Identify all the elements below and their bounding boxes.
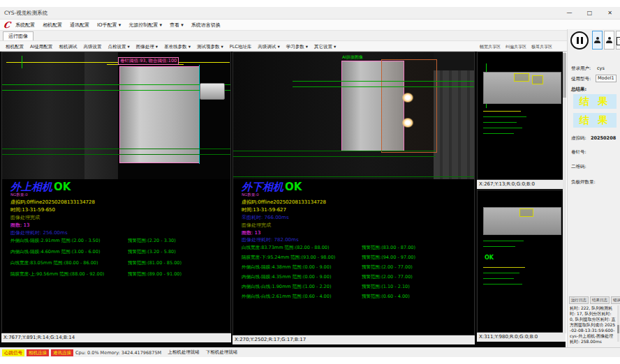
toolbar-item[interactable]: 高级调试 ▾ — [258, 44, 279, 50]
nozzle-shape — [200, 83, 225, 100]
model-select[interactable]: Model1 — [596, 75, 617, 82]
toolbar-item[interactable]: 基准线参数 ▾ — [164, 44, 191, 50]
pin-number-label: 卷针号: — [571, 149, 586, 156]
measure-warn-range: 预警范围:(83.00 - 87.00) — [362, 245, 415, 251]
left-camera-panel[interactable]: 卷针阈值:93, 吻合阈值:100 外上相机OK NG数量:0 虚拟码:0ffl… — [1, 52, 231, 333]
logout-button[interactable] — [616, 31, 620, 50]
measure-warn-range: 预警范围:(0.60 - 4.00) — [362, 294, 410, 300]
log-tab[interactable]: 结果日志 — [590, 296, 610, 304]
thumbnail-bottom[interactable]: OK — [477, 190, 566, 333]
overlay-green-hline — [233, 151, 436, 151]
virtual-code-line: 虚拟码:0ffline20250208133134728 — [10, 199, 95, 206]
virtual-code-label: 虚拟码: — [571, 135, 586, 142]
thumbnail-bottom-coordinate: X:311;Y:980;R:0;G:0;B:0 — [477, 333, 566, 342]
overlay-green-hline — [2, 90, 230, 91]
middle-camera-panel[interactable]: AI拼接图像 外下相机OK NG数量:0 虚拟码:0ffline20250208… — [232, 52, 475, 335]
menu-item[interactable]: 通讯配置 — [70, 22, 89, 29]
qr-code-label: 二维码: — [571, 164, 586, 170]
overlay-green-hline — [2, 154, 230, 155]
log-scrollbar[interactable] — [617, 305, 619, 342]
toolbar-item[interactable]: 高级设置 — [83, 44, 101, 50]
weld-spark — [402, 93, 413, 103]
overlay-text-bar — [483, 246, 515, 247]
overlay-yellow-box — [519, 208, 533, 217]
scrollbar-thumb[interactable] — [563, 53, 566, 98]
toolbar-item[interactable]: 其它设置 ▾ — [314, 44, 336, 50]
tab-run-image[interactable]: 运行图像 — [3, 31, 34, 40]
menu-item[interactable]: IO手配置 ▾ — [97, 22, 121, 29]
app-logo-icon: C — [3, 20, 12, 30]
measure-warn-range: 预警范围:(2.00 - 77.00) — [362, 264, 413, 271]
measure-row: 外侧白线-隔膜:4.38mm 范围:(0.00 - 9.00)预警范围:(2.0… — [242, 264, 331, 271]
thumbnail-top[interactable] — [477, 52, 566, 180]
login-user-button[interactable] — [592, 31, 603, 50]
menu-item[interactable]: 系统语言切换 — [191, 22, 221, 29]
toolbar-item[interactable]: 学习参数 ▾ — [286, 44, 308, 50]
right-sidebar: 登录用户: cys 使用型号: Model1 总结果: 结 果 结 果 虚拟码:… — [567, 29, 620, 347]
menu-item[interactable]: 光源控制配置 ▾ — [128, 22, 162, 29]
camera-status: OK — [54, 181, 71, 193]
turns-line: 圈数: 13 — [10, 222, 30, 229]
menu-item[interactable]: 系统配置 — [15, 22, 35, 29]
share-tab[interactable]: 极耳共享区 — [531, 44, 552, 50]
measure-text: 白线宽度:83.05mm 范围:(80.00 - 86.00) — [10, 260, 98, 266]
user-manage-button[interactable] — [604, 31, 614, 50]
done-line: 图像处理完成 — [10, 214, 40, 221]
measure-text: 内侧白线-白线:1.90mm 范围:(1.00 - 2.20) — [242, 284, 331, 289]
overlay-text-bar — [483, 133, 514, 134]
measure-row: 内侧白线-隔膜:4.60mm 范围:(3.00 - 6.00)预警范围:(3.2… — [10, 249, 100, 255]
app-window: CYS-视觉检测系统 — □ ✕ C 系统配置相机配置通讯配置IO手配置 ▾光源… — [0, 0, 620, 364]
toolbar-item[interactable]: 测试项参数 ▾ — [197, 44, 223, 50]
close-icon[interactable]: ✕ — [600, 7, 620, 20]
toolbar-item[interactable]: 相机配置 — [6, 44, 24, 50]
left-camera-image[interactable]: 卷针阈值:93, 吻合阈值:100 — [2, 52, 230, 179]
sidebar-buttons — [569, 31, 619, 52]
share-tab[interactable]: 幅宽共享区 — [480, 44, 501, 50]
middle-coordinate-readout: X:270;Y:2502;R:17;G:17;B:17 — [232, 335, 475, 344]
maximize-icon[interactable]: □ — [580, 7, 600, 20]
virtual-code-value: 20250208 — [591, 135, 616, 141]
measure-warn-range: 预警范围:(1.10 - 2.10) — [362, 284, 410, 290]
toolbar-item[interactable]: 图像处理 ▾ — [136, 44, 158, 50]
menu-item[interactable]: 相机配置 — [43, 22, 62, 29]
measure-text: 内侧白线-隔膜:4.35mm 范围:(0.00 - 9.00) — [242, 274, 331, 280]
scrollbar-thumb[interactable] — [617, 325, 619, 333]
camera-status: OK — [285, 181, 302, 193]
weld-spark — [402, 118, 413, 128]
toolbar-item[interactable]: 相机调试 — [59, 44, 77, 50]
total-result-label: 总结果: — [571, 86, 586, 93]
toolbar: 相机配置AI使用配置相机调试高级设置点检设置 ▾图像处理 ▾基准线参数 ▾测试项… — [0, 40, 620, 52]
measure-text: 隔膜宽度-下:95.24mm 范围:(93.00 - 98.00) — [242, 255, 335, 260]
overlay-yellow-box — [532, 75, 543, 84]
sidebar-scrollbar[interactable] — [563, 52, 566, 333]
grab-elapsed-line: 采图耗时: 766.00ms — [242, 214, 289, 221]
lower-camera-ready: 下相机处理就绪 — [206, 349, 238, 356]
share-tab[interactable]: 纠偏共享区 — [505, 44, 526, 50]
login-user-value: cys — [597, 66, 605, 71]
menu-item[interactable]: 查看 ▾ — [170, 22, 184, 29]
elapsed-line: 图像处理耗时: 256.00ms — [10, 229, 68, 236]
overlay-text-bar — [483, 267, 525, 268]
minimize-icon[interactable]: — — [559, 7, 580, 20]
model-label: 使用型号: — [571, 76, 591, 82]
logout-icon — [617, 37, 620, 44]
pause-icon[interactable] — [570, 31, 589, 50]
statusbar: 心跳信号 相机连接 通讯连接 Cpu: 0.0% Memory: 3424.41… — [0, 347, 620, 357]
measure-text: 外侧白线-白线:2.61mm 范围:(0.60 - 4.00) — [242, 294, 331, 299]
upper-camera-ready: 上相机处理就绪 — [168, 349, 200, 356]
done-line: 图像处理完成 — [242, 222, 271, 229]
middle-camera-image[interactable]: AI拼接图像 — [233, 52, 474, 179]
overlay-green-hline — [2, 84, 230, 85]
measure-row: 内侧白线-白线:1.90mm 范围:(1.00 - 2.20)预警范围:(1.1… — [242, 284, 331, 290]
camera-connect-badge: 相机连接 — [27, 349, 49, 356]
ng-note: NG数量:0 — [242, 192, 259, 197]
machinery-column — [84, 52, 118, 179]
toolbar-item[interactable]: PLC地址库 — [230, 44, 252, 50]
toolbar-item[interactable]: AI使用配置 — [30, 44, 52, 50]
toolbar-item[interactable]: 点检设置 ▾ — [108, 44, 129, 50]
log-tab[interactable]: 运行日志 — [569, 296, 589, 304]
tabstrip: 运行图像 — [0, 31, 620, 40]
window-controls: — □ ✕ — [559, 7, 620, 20]
log-tab[interactable]: 错误日志 — [611, 296, 620, 304]
camera-name: 外下相机 — [242, 181, 283, 193]
